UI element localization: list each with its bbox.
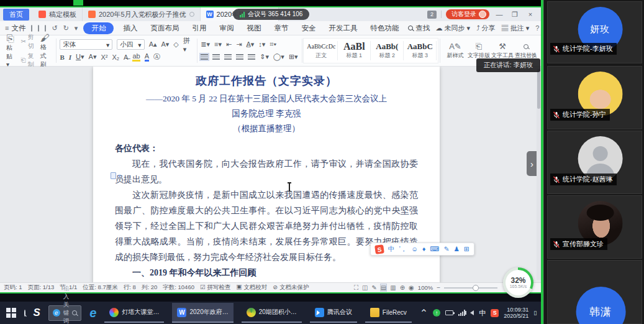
align-left-icon[interactable] bbox=[201, 54, 208, 60]
subscript-icon[interactable]: X₂ bbox=[112, 53, 119, 61]
eye-protect-icon[interactable]: ◉ bbox=[409, 284, 414, 291]
highlight-color-icon[interactable]: ab bbox=[132, 52, 140, 62]
doc-proof-toggle[interactable]: ▣ 文档校对 bbox=[236, 284, 267, 292]
char-spacing-icon[interactable]: ↕▾ bbox=[258, 40, 265, 49]
emoji-icon[interactable]: ☺ bbox=[411, 246, 418, 252]
doc-tab-tuiyou[interactable]: 2020年5月入党积极分子推优 bbox=[83, 7, 201, 21]
font-size-select[interactable]: 小四▾ bbox=[117, 39, 144, 50]
task-gov-report-doc[interactable]: W 2020年政府… bbox=[172, 303, 233, 323]
menu-tab-start[interactable]: 开始 bbox=[83, 22, 114, 34]
zoom-slider-knob[interactable] bbox=[473, 285, 479, 291]
sogou-ime-toolbar[interactable]: S 中 ’， ☺ ♦ ⌨ ✎ ♟ ⊞ bbox=[370, 243, 474, 256]
char-shading-icon[interactable]: Ⓐ bbox=[153, 52, 160, 62]
sync-status-button[interactable]: ☁ 未同步 ▾ bbox=[435, 24, 470, 33]
shrink-font-icon[interactable]: A▾ bbox=[161, 40, 169, 49]
find-button[interactable]: 查找 bbox=[408, 24, 430, 33]
toolbox-icon[interactable]: ⊞ bbox=[464, 246, 469, 252]
outline-view-icon[interactable]: ▥ bbox=[390, 284, 396, 291]
share-button[interactable]: ⤴ 分享 bbox=[476, 24, 496, 33]
taskbar-search-box[interactable]: e 输入关键词搜索 bbox=[48, 305, 82, 321]
participant-tile[interactable]: 统计学院-赵茜琳 bbox=[547, 131, 642, 194]
ime-indicator[interactable]: 中 bbox=[479, 308, 486, 318]
participant-tile[interactable]: 韩潇 bbox=[547, 260, 642, 324]
paste-button[interactable]: ⎘ 粘贴 ▾ bbox=[4, 34, 17, 68]
sogou-tray-icon[interactable]: S bbox=[491, 309, 499, 317]
comment-button[interactable]: ▤ 批注 ▾ bbox=[502, 24, 530, 33]
margin-comment-icon[interactable]: ▾ bbox=[111, 172, 121, 179]
notification-badge[interactable]: 2 bbox=[427, 11, 437, 19]
borders-icon[interactable]: ⊞▾ bbox=[289, 53, 298, 61]
menu-tab-section[interactable]: 章节 bbox=[270, 22, 292, 34]
grow-font-icon[interactable]: A▴ bbox=[149, 40, 157, 49]
style-body[interactable]: AaBbCcDc 正文 bbox=[305, 41, 338, 60]
s-browser-icon[interactable]: S bbox=[34, 307, 40, 319]
taskbar-clock[interactable]: 10:09:31 2020/5/21 bbox=[504, 307, 528, 319]
ink-view-icon[interactable]: ✎ bbox=[371, 284, 376, 291]
file-menu-button[interactable]: ≡ 文件 bbox=[5, 24, 25, 33]
split-view-icon[interactable]: ◫ bbox=[362, 284, 368, 291]
style-heading1[interactable]: AaBl 标题 1 bbox=[338, 41, 371, 60]
tray-update-icon[interactable]: ↑ bbox=[433, 309, 440, 317]
italic-button[interactable]: I bbox=[69, 53, 71, 61]
help-icon[interactable]: ? bbox=[535, 24, 539, 32]
undo-icon[interactable]: ↺ bbox=[52, 24, 57, 32]
save-icon[interactable] bbox=[31, 25, 32, 32]
menu-tab-view[interactable]: 视图 bbox=[243, 22, 265, 34]
task-tencent-meeting[interactable]: 腾讯会议 bbox=[310, 303, 357, 323]
format-painter-button[interactable]: 🖌 格式刷 bbox=[38, 33, 52, 69]
text-direction-icon[interactable]: A̲▾ bbox=[246, 40, 254, 49]
task-group-doc[interactable]: 20期团积小… bbox=[242, 303, 302, 323]
voice-input-icon[interactable]: ♦ bbox=[422, 246, 425, 252]
more-dropdown-icon[interactable]: ▾ bbox=[75, 24, 78, 32]
spell-check-toggle[interactable]: ☑ 拼写检查 bbox=[200, 284, 230, 292]
menu-tab-devtools[interactable]: 开发工具 bbox=[325, 22, 361, 34]
bold-button[interactable]: B bbox=[60, 53, 64, 61]
menu-tab-review[interactable]: 审阅 bbox=[215, 22, 237, 34]
start-button[interactable] bbox=[6, 308, 16, 318]
char-border-icon[interactable]: A▾ bbox=[89, 53, 97, 61]
font-color-icon[interactable]: A bbox=[145, 52, 149, 62]
numbered-list-icon[interactable]: ≡▾ bbox=[214, 40, 222, 49]
scrollbar-thumb[interactable] bbox=[537, 69, 540, 109]
speaker-icon[interactable] bbox=[470, 310, 474, 315]
tab-close-icon[interactable] bbox=[189, 12, 194, 17]
status-word-count[interactable]: 字数: 10460 bbox=[163, 284, 194, 292]
text-effects-icon[interactable]: ◇ bbox=[173, 40, 178, 49]
strikethrough-icon[interactable]: A̶ bbox=[124, 53, 128, 61]
battery-icon[interactable] bbox=[445, 310, 453, 315]
close-button[interactable]: × bbox=[525, 11, 536, 18]
show-desktop-button[interactable]: ▯ bbox=[533, 310, 537, 316]
page-view-icon[interactable]: ▤ bbox=[381, 284, 386, 291]
style-heading3[interactable]: AaBbC 标题 3 bbox=[404, 41, 437, 60]
taskbar-search-icon[interactable] bbox=[24, 310, 25, 317]
punctuation-toggle[interactable]: ’， bbox=[399, 246, 407, 252]
line-spacing-icon[interactable]: ⇕▾ bbox=[260, 53, 269, 61]
participant-tile[interactable]: 统计学院-孙宁 bbox=[547, 66, 642, 129]
ime-mode-toggle[interactable]: 中 bbox=[388, 246, 395, 252]
task-filerecv-folder[interactable]: FileRecv bbox=[365, 303, 412, 323]
ie-browser-icon[interactable]: e bbox=[89, 306, 96, 320]
style-heading2[interactable]: AaBb( 标题 2 bbox=[371, 41, 404, 60]
bullet-list-icon[interactable]: ≣▾ bbox=[201, 40, 210, 49]
underline-button[interactable]: U▾ bbox=[76, 53, 84, 61]
side-panel-chevron-icon[interactable]: › bbox=[527, 151, 537, 176]
enclose-char-icon[interactable]: ◯▾ bbox=[273, 53, 284, 61]
participant-tile[interactable]: 妍玫 统计学院-李妍玫 bbox=[547, 1, 642, 63]
font-name-select[interactable]: 宋体▾ bbox=[60, 39, 112, 50]
menu-tab-features[interactable]: 特色功能 bbox=[366, 22, 402, 34]
menu-tab-layout[interactable]: 页面布局 bbox=[147, 22, 183, 34]
skin-icon[interactable]: ♟ bbox=[453, 246, 459, 252]
wps-home-tab[interactable]: 首页 bbox=[3, 9, 29, 21]
align-justify-icon[interactable] bbox=[236, 54, 243, 60]
speed-ball-widget[interactable]: 32% 165.5K/s bbox=[503, 267, 533, 298]
doc-tab-gaoding[interactable]: 稿定模板 bbox=[33, 7, 83, 21]
zoom-slider[interactable] bbox=[444, 287, 497, 289]
align-distribute-icon[interactable] bbox=[248, 54, 255, 60]
meeting-id-overlay[interactable]: 会议号 365 414 106 bbox=[233, 9, 309, 20]
print-icon[interactable] bbox=[38, 25, 39, 32]
guest-login-button[interactable]: 访客登录 bbox=[446, 9, 489, 19]
cut-button[interactable]: ✂ 剪切 bbox=[20, 33, 34, 50]
sogou-logo-icon[interactable]: S bbox=[374, 244, 384, 254]
menu-tab-references[interactable]: 引用 bbox=[188, 22, 210, 34]
zoom-level[interactable]: 100% bbox=[418, 284, 433, 291]
